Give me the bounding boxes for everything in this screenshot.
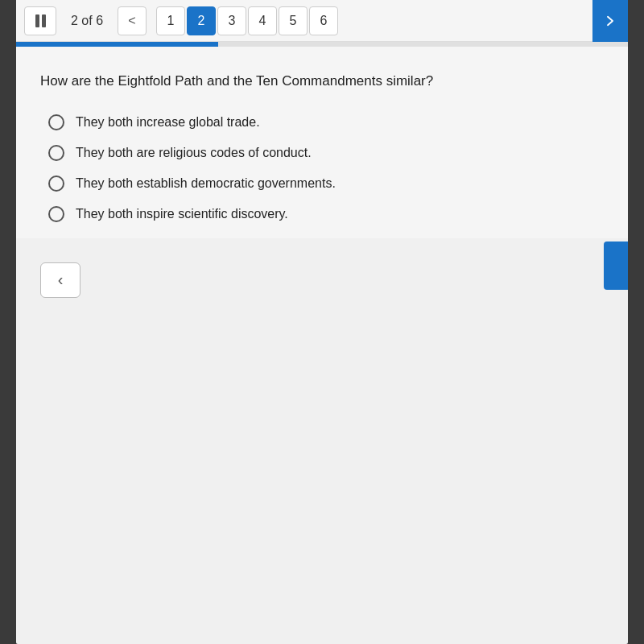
next-button[interactable]: [592, 0, 628, 42]
top-bar: 2 of 6 < 1 2 3 4 5 6: [16, 0, 628, 42]
prev-arrow-button[interactable]: <: [118, 6, 147, 35]
bottom-nav: ‹: [16, 238, 628, 322]
options-list: They both increase global trade. They bo…: [40, 114, 604, 222]
pause-bar-left: [35, 14, 39, 27]
option-a-text: They both increase global trade.: [76, 115, 260, 130]
option-c[interactable]: They both establish democratic governmen…: [48, 175, 596, 192]
radio-d[interactable]: [48, 206, 64, 222]
option-a[interactable]: They both increase global trade.: [48, 114, 596, 130]
question-text: How are the Eightfold Path and the Ten C…: [40, 71, 604, 92]
page-numbers: 1 2 3 4 5 6: [156, 6, 338, 35]
quiz-container: 2 of 6 < 1 2 3 4 5 6 How are the Eightfo…: [16, 0, 628, 644]
radio-b[interactable]: [48, 145, 64, 161]
pause-button[interactable]: [24, 6, 56, 35]
progress-label: 2 of 6: [71, 14, 103, 28]
back-button[interactable]: ‹: [40, 262, 80, 298]
page-num-5[interactable]: 5: [279, 6, 308, 35]
option-d[interactable]: They both inspire scientific discovery.: [48, 206, 596, 222]
page-num-2[interactable]: 2: [187, 6, 216, 35]
page-num-3[interactable]: 3: [217, 6, 246, 35]
page-num-4[interactable]: 4: [248, 6, 277, 35]
option-d-text: They both inspire scientific discovery.: [76, 207, 288, 221]
radio-a[interactable]: [48, 114, 64, 130]
pause-bar-right: [42, 14, 46, 27]
right-accent: [604, 242, 628, 290]
option-c-text: They both establish democratic governmen…: [76, 176, 336, 191]
option-b-text: They both are religious codes of conduct…: [76, 146, 312, 160]
option-b[interactable]: They both are religious codes of conduct…: [48, 145, 596, 161]
page-num-6[interactable]: 6: [309, 6, 338, 35]
question-area: How are the Eightfold Path and the Ten C…: [16, 47, 628, 238]
page-num-1[interactable]: 1: [156, 6, 185, 35]
radio-c[interactable]: [48, 175, 64, 192]
